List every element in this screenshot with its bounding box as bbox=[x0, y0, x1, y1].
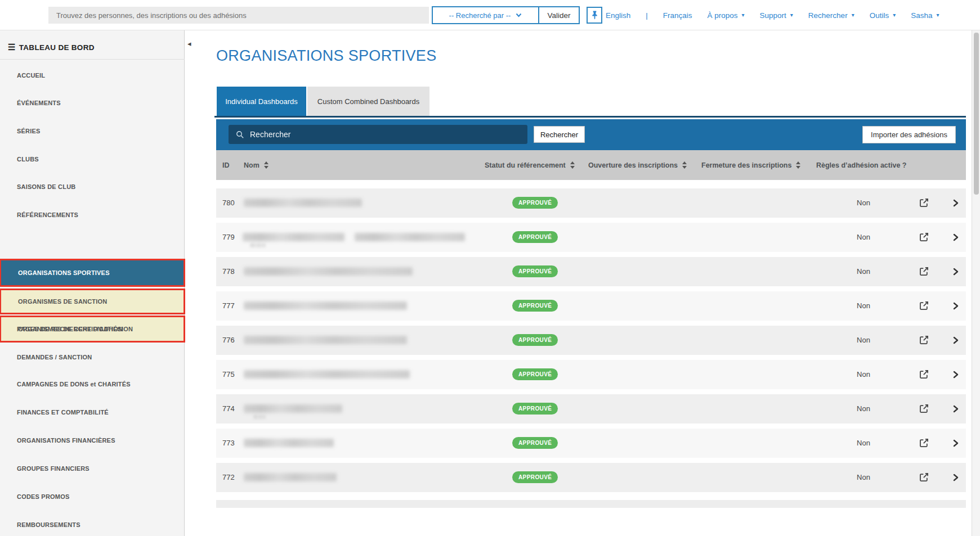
chevron-right-icon[interactable] bbox=[952, 336, 959, 344]
sort-icon[interactable] bbox=[796, 161, 800, 169]
sidebar-item-label: GROUPES FINANCIERS bbox=[17, 465, 90, 472]
nav-menu-rechercher[interactable]: Rechercher▾ bbox=[808, 11, 854, 20]
tab-individual-dashboards[interactable]: Individual Dashboards bbox=[217, 87, 306, 116]
sidebar-item-campagnes-de-dons-et-charites[interactable]: CAMPAGNES DE DONS et CHARITÉS bbox=[0, 374, 185, 394]
table-row[interactable]: 775APPROUVÉNon bbox=[216, 360, 966, 389]
nav-menu-label: Sasha bbox=[911, 11, 932, 20]
redacted-name-block bbox=[244, 370, 410, 379]
sort-icon[interactable] bbox=[570, 161, 575, 169]
external-link-icon[interactable] bbox=[919, 197, 930, 209]
external-link-icon[interactable] bbox=[919, 472, 930, 483]
sidebar-item-codes-promos[interactable]: CODES PROMOS bbox=[0, 487, 185, 507]
chevron-right-icon[interactable] bbox=[952, 371, 959, 379]
tab-custom-combined-dashboards[interactable]: Custom Combined Dashboards bbox=[307, 87, 429, 116]
column-header-fermeture[interactable]: Fermeture des inscriptions bbox=[701, 150, 800, 180]
sidebar-item-demandes-sanction[interactable]: DEMANDES / SANCTION bbox=[0, 347, 185, 367]
chevron-right-icon[interactable] bbox=[952, 474, 959, 481]
chevron-right-icon[interactable] bbox=[952, 302, 959, 310]
sidebar-item-remboursements[interactable]: REMBOURSEMENTS bbox=[0, 515, 185, 535]
column-header-regles: Règles d’adhésion active ? bbox=[816, 150, 906, 180]
sort-icon[interactable] bbox=[682, 161, 687, 169]
sidebar-item-referencements[interactable]: RÉFÉRENCEMENTS bbox=[0, 205, 185, 225]
external-link-icon[interactable] bbox=[919, 232, 930, 243]
nav-menu-label: Support bbox=[760, 11, 786, 20]
sidebar-item-organismes-de-sanction[interactable]: ORGANISMES DE SANCTION bbox=[0, 289, 185, 314]
status-badge: APPROUVÉ bbox=[512, 368, 558, 380]
table-row[interactable]: 780APPROUVÉNon bbox=[216, 188, 966, 218]
sidebar-item-label: CLUBS bbox=[17, 156, 39, 163]
sidebar-item-groupes-financiers[interactable]: GROUPES FINANCIERS bbox=[0, 458, 185, 479]
pushpin-icon bbox=[591, 11, 598, 20]
sidebar-item-pages-de-recherche-d-adhesion[interactable]: PAGES DE RECHERCHE D'ADHÉSION bbox=[0, 319, 185, 339]
table-row[interactable]: 779APPROUVÉNon bbox=[216, 223, 966, 252]
status-badge: APPROUVÉ bbox=[512, 334, 558, 346]
external-link-icon[interactable] bbox=[919, 335, 930, 346]
validate-button[interactable]: Valider bbox=[538, 7, 579, 23]
sidebar-item-clubs[interactable]: CLUBS bbox=[0, 149, 185, 169]
sidebar-item-organisations-sportives[interactable]: ORGANISATIONS SPORTIVES bbox=[0, 259, 185, 287]
search-button[interactable]: Rechercher bbox=[534, 126, 585, 143]
language-separator: | bbox=[646, 11, 647, 20]
chevron-right-icon[interactable] bbox=[952, 405, 959, 413]
sidebar-collapse-button[interactable]: ◂ bbox=[187, 39, 191, 48]
column-header-nom[interactable]: Nom bbox=[244, 150, 269, 180]
nav-menu-sasha[interactable]: Sasha▾ bbox=[911, 11, 939, 20]
table-row[interactable]: 774APPROUVÉNon bbox=[216, 394, 966, 424]
scrollbar-thumb[interactable] bbox=[974, 33, 979, 195]
row-rules-value: Non bbox=[847, 360, 880, 389]
status-badge: APPROUVÉ bbox=[512, 403, 558, 415]
sidebar-item-finances-et-comptabilite[interactable]: FINANCES ET COMPTABILITÉ bbox=[0, 402, 185, 422]
chevron-right-icon[interactable] bbox=[952, 268, 959, 276]
global-search-input[interactable] bbox=[48, 7, 429, 24]
row-rules-value: Non bbox=[847, 429, 880, 458]
table-row[interactable]: 777APPROUVÉNon bbox=[216, 291, 966, 321]
status-badge: APPROUVÉ bbox=[512, 471, 558, 483]
sidebar-item-organisations-financieres[interactable]: ORGANISATIONS FINANCIÈRES bbox=[0, 430, 185, 451]
table-row[interactable]: 776APPROUVÉNon bbox=[216, 326, 966, 355]
hamburger-icon[interactable]: ☰ bbox=[8, 42, 16, 52]
sidebar-item-label: SAISONS DE CLUB bbox=[17, 183, 75, 190]
sidebar-item-saisons-de-club[interactable]: SAISONS DE CLUB bbox=[0, 177, 185, 197]
sidebar-item-label: DEMANDES / SANCTION bbox=[17, 354, 92, 361]
row-rules-value: Non bbox=[847, 326, 880, 355]
chevron-down-icon: ▾ bbox=[741, 12, 744, 18]
chevron-right-icon[interactable] bbox=[952, 199, 959, 207]
nav-link-francais[interactable]: Français bbox=[663, 11, 692, 20]
sidebar-divider bbox=[0, 59, 185, 60]
column-header-statut[interactable]: Statut du référencement bbox=[485, 150, 575, 180]
sidebar-item-series[interactable]: SÉRIES bbox=[0, 121, 185, 141]
table-row[interactable]: 773APPROUVÉNon bbox=[216, 429, 966, 458]
chevron-down-icon: ▾ bbox=[936, 12, 939, 18]
sort-icon[interactable] bbox=[264, 161, 269, 169]
table-search-input[interactable] bbox=[250, 130, 520, 139]
nav-menu-a-propos[interactable]: À propos▾ bbox=[707, 11, 744, 20]
external-link-icon[interactable] bbox=[919, 438, 930, 449]
table-row[interactable]: 778APPROUVÉNon bbox=[216, 257, 966, 286]
nav-menu-support[interactable]: Support▾ bbox=[760, 11, 793, 20]
external-link-icon[interactable] bbox=[919, 369, 930, 380]
chevron-down-icon: ▾ bbox=[893, 12, 896, 18]
table-search-box bbox=[229, 125, 527, 144]
chevron-right-icon[interactable] bbox=[952, 233, 959, 241]
sidebar-item-accueil[interactable]: ACCUEIL bbox=[0, 65, 185, 85]
table-row[interactable]: 772APPROUVÉNon bbox=[216, 463, 966, 492]
nav-menu-label: À propos bbox=[707, 11, 737, 20]
vertical-scrollbar[interactable] bbox=[972, 30, 980, 536]
redacted-name-block bbox=[243, 233, 344, 241]
external-link-icon[interactable] bbox=[919, 403, 930, 415]
external-link-icon[interactable] bbox=[919, 266, 930, 277]
nav-menu-outils[interactable]: Outils▾ bbox=[870, 11, 896, 20]
sidebar-item-evenements[interactable]: ÉVÉNEMENTS bbox=[0, 93, 185, 113]
external-link-icon[interactable] bbox=[919, 300, 930, 312]
chevron-right-icon[interactable] bbox=[952, 439, 959, 447]
table-header: ID Nom Statut du référencement Ouverture… bbox=[216, 150, 966, 180]
external-link-glyph bbox=[919, 335, 929, 345]
searched-by-select[interactable]: -- Recherché par -- bbox=[433, 7, 538, 23]
row-name-redacted bbox=[216, 429, 666, 458]
import-memberships-button[interactable]: Importer des adhésions bbox=[862, 126, 956, 143]
nav-link-english[interactable]: English bbox=[606, 11, 630, 20]
column-header-ouverture[interactable]: Ouverture des inscriptions bbox=[588, 150, 687, 180]
sidebar-item-label: ÉVÉNEMENTS bbox=[17, 100, 61, 106]
pin-button[interactable] bbox=[587, 7, 602, 24]
external-link-glyph bbox=[919, 472, 929, 483]
